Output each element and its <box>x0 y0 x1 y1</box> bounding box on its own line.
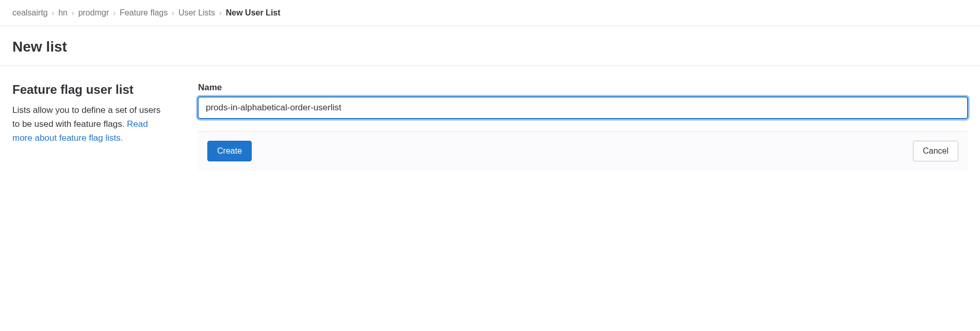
sidebar: Feature flag user list Lists allow you t… <box>12 82 167 171</box>
breadcrumb-current: New User List <box>226 8 281 18</box>
form-area: Name Create Cancel <box>198 82 968 171</box>
breadcrumb-link-user-lists[interactable]: User Lists <box>178 8 215 18</box>
page-header: New list <box>0 26 980 66</box>
content: Feature flag user list Lists allow you t… <box>0 66 980 187</box>
name-input[interactable] <box>198 97 968 119</box>
sidebar-title: Feature flag user list <box>12 82 167 97</box>
create-button[interactable]: Create <box>207 141 252 161</box>
cancel-button[interactable]: Cancel <box>913 141 958 161</box>
breadcrumb: cealsairtg › hn › prodmgr › Feature flag… <box>0 0 980 26</box>
form-group-name: Name <box>198 82 968 119</box>
name-label: Name <box>198 82 968 93</box>
chevron-right-icon: › <box>219 9 222 17</box>
chevron-right-icon: › <box>113 9 116 17</box>
breadcrumb-link-feature-flags[interactable]: Feature flags <box>120 8 168 18</box>
breadcrumb-link-root[interactable]: cealsairtg <box>12 8 47 18</box>
chevron-right-icon: › <box>172 9 174 17</box>
breadcrumb-link-group[interactable]: hn <box>58 8 68 18</box>
chevron-right-icon: › <box>52 9 54 17</box>
page-title: New list <box>12 39 968 55</box>
sidebar-description: Lists allow you to define a set of users… <box>12 103 167 145</box>
chevron-right-icon: › <box>72 9 74 17</box>
breadcrumb-link-project[interactable]: prodmgr <box>78 8 109 18</box>
form-actions: Create Cancel <box>198 131 968 171</box>
